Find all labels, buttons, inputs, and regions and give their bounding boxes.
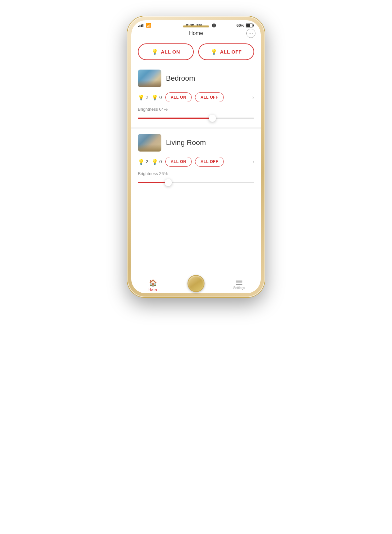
bedroom-section: Bedroom 💡 2 💡 0 ALL ON ALL OFF bbox=[131, 65, 261, 127]
phone-frame: 📶 8:00 PM 60% Home ··· bbox=[127, 16, 265, 297]
bedroom-slider-track bbox=[138, 118, 254, 119]
bedroom-all-on-button[interactable]: ALL ON bbox=[165, 92, 192, 102]
home-button[interactable] bbox=[188, 275, 204, 292]
living-room-slider-fill bbox=[138, 182, 168, 183]
bedroom-name: Bedroom bbox=[166, 74, 195, 83]
status-bar: 📶 8:00 PM 60% bbox=[131, 20, 261, 29]
main-content: 💡 ALL ON 💡 ALL OFF Bedroom bbox=[131, 39, 261, 276]
light-on-icon-2: 💡 bbox=[138, 159, 144, 165]
living-room-slider[interactable] bbox=[138, 179, 254, 186]
bedroom-slider[interactable] bbox=[138, 115, 254, 121]
bedroom-lights-on-count: 💡 2 bbox=[138, 94, 148, 101]
scene: 📶 8:00 PM 60% Home ··· bbox=[0, 0, 392, 534]
living-room-slider-thumb[interactable] bbox=[165, 179, 172, 186]
status-right: 60% bbox=[237, 23, 254, 28]
bedroom-chevron-icon[interactable]: › bbox=[253, 94, 254, 100]
tab-home[interactable]: 🏠 Home bbox=[131, 279, 174, 291]
home-tab-label: Home bbox=[149, 288, 157, 291]
global-buttons-row: 💡 ALL ON 💡 ALL OFF bbox=[131, 39, 261, 65]
tab-settings[interactable]: Settings bbox=[218, 281, 261, 290]
bedroom-slider-thumb[interactable] bbox=[209, 115, 216, 122]
bedroom-brightness-label: Brightness 64% bbox=[138, 107, 254, 112]
camera bbox=[212, 24, 216, 27]
bedroom-all-off-button[interactable]: ALL OFF bbox=[195, 92, 224, 102]
nav-title: Home bbox=[189, 30, 203, 36]
living-room-slider-track bbox=[138, 182, 254, 183]
living-room-brightness-label: Brightness 26% bbox=[138, 171, 254, 176]
bedroom-controls: 💡 2 💡 0 ALL ON ALL OFF › bbox=[131, 90, 261, 105]
bulb-on-icon: 💡 bbox=[152, 49, 158, 55]
nav-header: Home ··· bbox=[131, 29, 261, 39]
light-on-icon: 💡 bbox=[138, 94, 144, 101]
home-tab-icon: 🏠 bbox=[149, 279, 157, 287]
living-room-section: Living Room 💡 2 💡 0 ALL ON ALL OFF bbox=[131, 129, 261, 191]
light-off-icon-2: 💡 bbox=[152, 159, 158, 165]
battery-indicator bbox=[246, 24, 254, 27]
living-room-brightness: Brightness 26% bbox=[131, 170, 261, 191]
living-room-controls: 💡 2 💡 0 ALL ON ALL OFF › bbox=[131, 155, 261, 170]
living-room-header: Living Room bbox=[131, 129, 261, 155]
living-room-lights-on-count: 💡 2 bbox=[138, 159, 148, 165]
battery-pct: 60% bbox=[237, 23, 244, 28]
signal-bars bbox=[138, 24, 143, 27]
bedroom-brightness: Brightness 64% bbox=[131, 105, 261, 127]
bedroom-lights-off-count: 💡 0 bbox=[152, 94, 162, 101]
global-all-on-button[interactable]: 💡 ALL ON bbox=[138, 43, 194, 60]
living-room-lights-off-count: 💡 0 bbox=[152, 159, 162, 165]
living-room-name: Living Room bbox=[166, 138, 206, 147]
section-divider bbox=[131, 127, 261, 129]
bedroom-thumbnail bbox=[138, 70, 161, 87]
living-room-image bbox=[138, 134, 161, 152]
living-room-all-on-button[interactable]: ALL ON bbox=[165, 157, 192, 167]
bedroom-header: Bedroom bbox=[131, 65, 261, 90]
settings-tab-icon bbox=[236, 281, 242, 285]
bedroom-slider-fill bbox=[138, 118, 212, 119]
living-room-thumbnail bbox=[138, 134, 161, 152]
more-options-button[interactable]: ··· bbox=[246, 29, 255, 38]
bulb-off-icon: 💡 bbox=[211, 49, 218, 55]
settings-tab-label: Settings bbox=[233, 286, 245, 290]
light-off-icon: 💡 bbox=[152, 94, 158, 101]
speaker bbox=[183, 25, 209, 27]
bedroom-image bbox=[138, 70, 161, 87]
living-room-all-off-button[interactable]: ALL OFF bbox=[195, 157, 224, 167]
wifi-icon: 📶 bbox=[146, 23, 151, 28]
status-left: 📶 bbox=[138, 23, 151, 28]
living-room-chevron-icon[interactable]: › bbox=[253, 159, 254, 165]
phone-screen: 📶 8:00 PM 60% Home ··· bbox=[131, 20, 261, 293]
global-all-off-button[interactable]: 💡 ALL OFF bbox=[198, 43, 254, 60]
